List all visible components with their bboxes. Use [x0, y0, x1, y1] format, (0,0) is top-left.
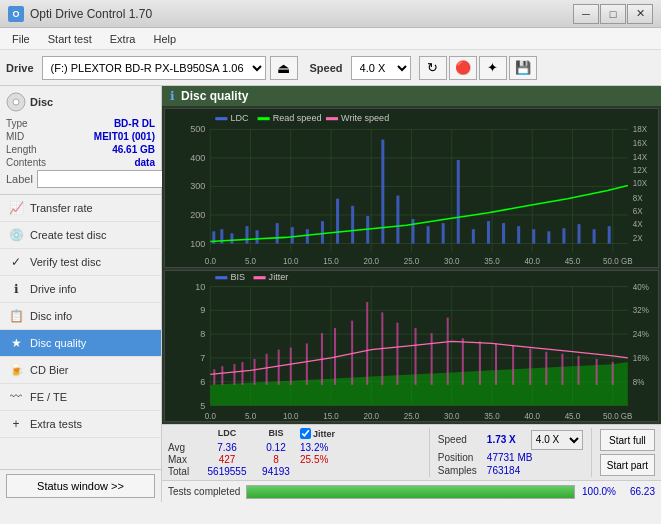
toolbar-icons: ↻ 🔴 ✦ 💾: [419, 56, 537, 80]
chart-header-icon: ℹ: [170, 89, 175, 103]
svg-rect-63: [258, 117, 270, 120]
stats-total-row: Total 5619555 94193: [168, 466, 421, 477]
progress-label: Tests completed: [168, 486, 240, 497]
svg-rect-123: [415, 328, 417, 385]
svg-text:45.0: 45.0: [565, 257, 581, 266]
drive-select[interactable]: (F:) PLEXTOR BD-R PX-LB950SA 1.06: [42, 56, 266, 80]
svg-text:40.0: 40.0: [524, 412, 540, 421]
svg-text:Write speed: Write speed: [341, 113, 389, 123]
main-content: Disc Type BD-R DL MID MEIT01 (001) Lengt…: [0, 86, 661, 502]
nav-create-test[interactable]: 💿 Create test disc: [0, 222, 161, 249]
eject-button[interactable]: ⏏: [270, 56, 298, 80]
right-panel: ℹ Disc quality: [162, 86, 661, 502]
speed-label: Speed: [310, 62, 343, 74]
menu-extra[interactable]: Extra: [102, 31, 144, 47]
burn-button[interactable]: 🔴: [449, 56, 477, 80]
svg-rect-124: [431, 333, 433, 385]
samples-row: Samples 763184: [438, 465, 583, 476]
svg-text:200: 200: [190, 210, 205, 220]
drive-info-icon: ℹ: [8, 281, 24, 297]
samples-value: 763184: [487, 465, 520, 476]
chart-header: ℹ Disc quality: [162, 86, 661, 106]
svg-rect-112: [254, 359, 256, 385]
svg-rect-50: [457, 160, 460, 244]
nav-cd-bier-label: CD Bier: [30, 364, 69, 376]
drive-label: Drive: [6, 62, 34, 74]
extra-tests-icon: +: [8, 416, 24, 432]
close-button[interactable]: ✕: [627, 4, 653, 24]
jitter-check-area: Jitter: [300, 428, 335, 439]
save-button[interactable]: 💾: [509, 56, 537, 80]
left-panel: Disc Type BD-R DL MID MEIT01 (001) Lengt…: [0, 86, 162, 502]
start-full-button[interactable]: Start full: [600, 429, 655, 451]
svg-text:8X: 8X: [633, 194, 643, 203]
avg-ldc: 7.36: [202, 442, 252, 453]
start-part-button[interactable]: Start part: [600, 454, 655, 476]
position-value: 47731 MB: [487, 452, 542, 463]
nav-drive-info[interactable]: ℹ Drive info: [0, 276, 161, 303]
svg-text:0.0: 0.0: [205, 257, 217, 266]
svg-rect-116: [306, 343, 308, 384]
position-label: Position: [438, 452, 483, 463]
speed-select[interactable]: 4.0 X: [351, 56, 411, 80]
stats-bar: LDC BIS Jitter Avg 7.36 0.12 13.2% Max 4…: [162, 424, 661, 480]
app-title: Opti Drive Control 1.70: [30, 7, 152, 21]
label-input[interactable]: [37, 170, 170, 188]
disc-panel-title: Disc: [30, 96, 53, 108]
nav-extra-tests[interactable]: + Extra tests: [0, 411, 161, 438]
svg-text:4X: 4X: [633, 220, 643, 229]
svg-text:40.0: 40.0: [524, 257, 540, 266]
menu-help[interactable]: Help: [145, 31, 184, 47]
svg-text:5: 5: [200, 400, 205, 410]
jitter-checkbox[interactable]: [300, 428, 311, 439]
contents-value: data: [134, 157, 155, 168]
bis-header: BIS: [256, 428, 296, 439]
svg-text:400: 400: [190, 153, 205, 163]
svg-text:Read speed: Read speed: [273, 113, 322, 123]
menu-start-test[interactable]: Start test: [40, 31, 100, 47]
status-window-button[interactable]: Status window >>: [6, 474, 155, 498]
verify-button[interactable]: ✦: [479, 56, 507, 80]
speed-value: 1.73 X: [487, 434, 527, 445]
minimize-button[interactable]: ─: [573, 4, 599, 24]
speed-row: Speed 1.73 X 4.0 X: [438, 430, 583, 450]
maximize-button[interactable]: □: [600, 4, 626, 24]
total-ldc: 5619555: [202, 466, 252, 477]
svg-rect-125: [447, 318, 449, 385]
nav-disc-info-label: Disc info: [30, 310, 72, 322]
svg-rect-48: [427, 226, 430, 243]
svg-rect-56: [547, 231, 550, 243]
position-row: Position 47731 MB: [438, 452, 583, 463]
svg-rect-133: [578, 356, 580, 385]
svg-rect-65: [326, 117, 338, 120]
svg-rect-132: [561, 354, 563, 385]
svg-text:500: 500: [190, 124, 205, 134]
nav-transfer-rate[interactable]: 📈 Transfer rate: [0, 195, 161, 222]
svg-text:6X: 6X: [633, 207, 643, 216]
svg-text:9: 9: [200, 305, 205, 315]
svg-text:6: 6: [200, 377, 205, 387]
svg-rect-127: [479, 341, 481, 384]
svg-rect-59: [593, 229, 596, 243]
svg-rect-39: [291, 227, 294, 243]
svg-text:16%: 16%: [633, 354, 649, 363]
svg-rect-122: [396, 323, 398, 385]
mid-value: MEIT01 (001): [94, 131, 155, 142]
speed-select[interactable]: 4.0 X: [531, 430, 583, 450]
nav-items: 📈 Transfer rate 💿 Create test disc ✓ Ver…: [0, 195, 161, 469]
svg-text:30.0: 30.0: [444, 257, 460, 266]
nav-disc-info[interactable]: 📋 Disc info: [0, 303, 161, 330]
nav-fe-te[interactable]: 〰 FE / TE: [0, 384, 161, 411]
stats-avg-row: Avg 7.36 0.12 13.2%: [168, 442, 421, 453]
nav-cd-bier[interactable]: 🍺 CD Bier: [0, 357, 161, 384]
menu-file[interactable]: File: [4, 31, 38, 47]
nav-disc-quality[interactable]: ★ Disc quality: [0, 330, 161, 357]
nav-verify-test[interactable]: ✓ Verify test disc: [0, 249, 161, 276]
svg-text:24%: 24%: [633, 330, 649, 339]
svg-text:10X: 10X: [633, 179, 648, 188]
refresh-button[interactable]: ↻: [419, 56, 447, 80]
svg-text:40%: 40%: [633, 282, 649, 291]
chart-title: Disc quality: [181, 89, 248, 103]
verify-test-icon: ✓: [8, 254, 24, 270]
svg-rect-110: [233, 364, 235, 385]
